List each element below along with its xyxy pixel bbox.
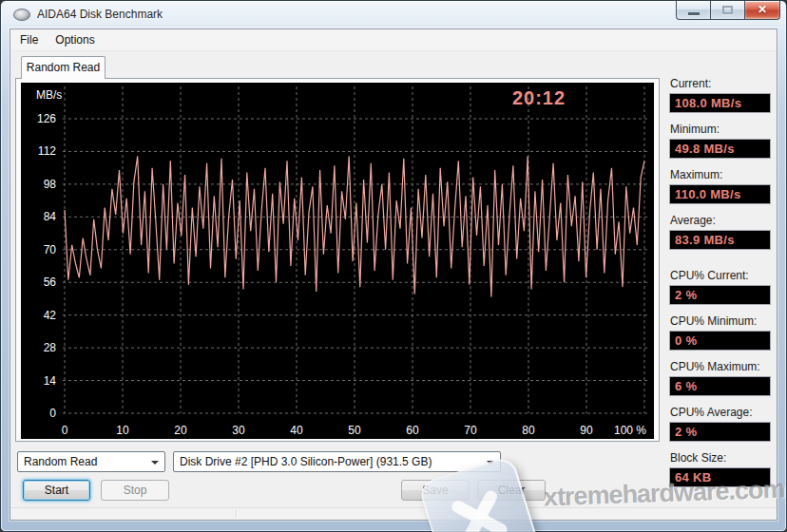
stat-value-3: 83.9 MB/s <box>669 230 771 250</box>
stats-panel: Current:108.0 MB/sMinimum:49.8 MB/sMaxim… <box>669 29 772 520</box>
svg-text:50: 50 <box>348 424 361 437</box>
window-title: AIDA64 Disk Benchmark <box>37 8 163 21</box>
svg-text:70: 70 <box>44 243 57 256</box>
close-button[interactable]: ✕ <box>744 1 780 20</box>
stop-button: Stop <box>101 480 169 501</box>
benchmark-type-value: Random Read <box>24 455 97 468</box>
save-button[interactable]: Save <box>401 480 470 501</box>
svg-text:0: 0 <box>49 407 56 420</box>
svg-text:0: 0 <box>62 424 68 437</box>
svg-text:40: 40 <box>290 424 303 437</box>
svg-text:90: 90 <box>580 424 593 437</box>
stat-label-0: Current: <box>670 77 711 90</box>
drive-select-value: Disk Drive #2 [PHD 3.0 Silicon-Power] (9… <box>180 455 432 468</box>
menu-file[interactable]: File <box>12 30 46 49</box>
y-axis-unit-label: MB/s <box>36 88 62 102</box>
svg-text:100 %: 100 % <box>614 424 646 437</box>
maximize-icon <box>722 6 733 14</box>
stat-value-1: 49.8 MB/s <box>669 139 771 159</box>
stat-label-5: CPU% Minimum: <box>670 314 757 328</box>
status-separator <box>236 510 237 518</box>
app-window: AIDA64 Disk Benchmark ✕ File Options Ran… <box>0 0 787 532</box>
svg-text:28: 28 <box>44 341 57 354</box>
chart-plot: 1261129884705642281400102030405060708090… <box>21 83 654 439</box>
maximize-button[interactable] <box>711 1 744 20</box>
minimize-icon <box>688 12 700 15</box>
svg-text:42: 42 <box>44 309 57 322</box>
svg-text:60: 60 <box>406 424 419 437</box>
svg-text:98: 98 <box>44 178 57 191</box>
svg-text:14: 14 <box>44 374 57 388</box>
chevron-down-icon <box>487 461 494 465</box>
title-bar[interactable]: AIDA64 Disk Benchmark ✕ <box>1 1 786 28</box>
stat-label-1: Minimum: <box>670 123 720 136</box>
svg-text:56: 56 <box>44 276 57 289</box>
menu-options[interactable]: Options <box>48 30 102 49</box>
benchmark-chart: 1261129884705642281400102030405060708090… <box>21 83 654 439</box>
stat-value-7: 2 % <box>669 422 771 442</box>
svg-text:80: 80 <box>522 424 535 437</box>
stat-label-8: Block Size: <box>670 451 726 465</box>
stat-value-5: 0 % <box>669 331 771 351</box>
client-area: File Options Random Read 126112988470564… <box>10 28 777 521</box>
stat-label-7: CPU% Average: <box>670 406 753 419</box>
benchmark-type-select[interactable]: Random Read <box>17 451 165 472</box>
drive-select[interactable]: Disk Drive #2 [PHD 3.0 Silicon-Power] (9… <box>173 451 501 472</box>
tab-random-read[interactable]: Random Read <box>21 56 106 79</box>
stat-label-3: Average: <box>670 214 716 227</box>
stat-label-2: Maximum: <box>670 168 722 181</box>
stat-value-6: 6 % <box>669 376 771 396</box>
stat-value-2: 110.0 MB/s <box>669 184 771 204</box>
caption-buttons: ✕ <box>676 1 780 20</box>
svg-text:84: 84 <box>44 210 57 223</box>
svg-text:20: 20 <box>174 424 187 437</box>
status-bar <box>10 507 777 520</box>
tab-page: 1261129884705642281400102030405060708090… <box>15 78 660 442</box>
stat-label-4: CPU% Current: <box>670 269 749 282</box>
minimize-button[interactable] <box>676 1 711 20</box>
stat-label-6: CPU% Maximum: <box>670 360 760 373</box>
app-icon <box>13 9 30 21</box>
svg-text:112: 112 <box>38 144 56 158</box>
close-icon: ✕ <box>745 3 779 16</box>
svg-text:70: 70 <box>464 424 477 437</box>
svg-text:30: 30 <box>232 424 245 437</box>
chevron-down-icon <box>151 461 159 465</box>
stat-value-0: 108.0 MB/s <box>669 93 771 113</box>
clear-button[interactable]: Clear <box>477 480 546 501</box>
start-button[interactable]: Start <box>23 480 90 501</box>
stat-value-4: 2 % <box>669 285 771 305</box>
status-separator <box>465 510 466 518</box>
elapsed-time-label: 20:12 <box>501 87 577 109</box>
menu-bar: File Options <box>10 29 777 51</box>
stat-value-8: 64 KB <box>669 467 771 487</box>
svg-text:10: 10 <box>116 424 129 437</box>
svg-text:126: 126 <box>37 112 56 125</box>
